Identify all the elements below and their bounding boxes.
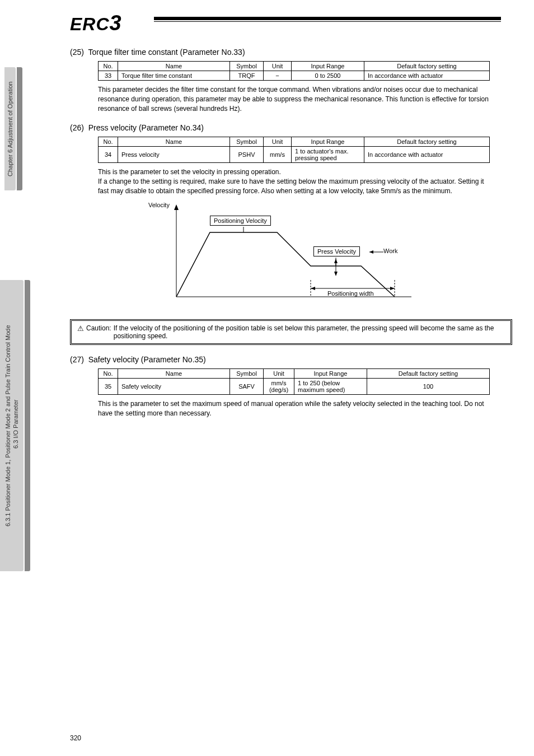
td-symbol: PSHV	[230, 147, 264, 163]
sidebar-tab-chapter: Chapter 6 Adjustment of Operation	[4, 67, 16, 190]
td-name: Press velocity	[118, 147, 230, 163]
logo-text: ERC3	[70, 14, 122, 34]
sidebar-section-sub: 6.3.1 Positioner Mode 1, Positioner Mode…	[4, 325, 12, 526]
section-27-title: (27) Safety velocity (Parameter No.35)	[70, 355, 512, 364]
section-26-num: (26)	[70, 123, 84, 132]
td-unit: mm/s	[264, 147, 292, 163]
diagram-box-positioning-velocity: Positioning Velocity	[210, 216, 271, 226]
header-rule-thin	[154, 21, 501, 22]
sidebar-tab-section-accent	[25, 280, 30, 571]
velocity-diagram: Velocity Positioning Velo	[148, 202, 428, 314]
td-default: 100	[367, 378, 490, 394]
table-param-33: No. Name Symbol Unit Input Range Default…	[98, 61, 490, 81]
svg-marker-13	[334, 259, 338, 263]
sidebar-tab-chapter-accent	[17, 67, 22, 190]
th-symbol: Symbol	[230, 368, 264, 378]
page-number: 320	[70, 734, 81, 742]
td-default: In accordance with actuator	[364, 71, 490, 81]
td-range: 0 to 2500	[292, 71, 364, 81]
table-header-row: No. Name Symbol Unit Input Range Default…	[99, 62, 490, 71]
th-symbol: Symbol	[230, 62, 264, 71]
th-default: Default factory setting	[367, 368, 490, 378]
th-unit: Unit	[264, 62, 292, 71]
caution-label: Caution:	[86, 324, 111, 340]
table-param-35: No. Name Symbol Unit Input Range Default…	[98, 368, 490, 395]
table-row: 34 Press velocity PSHV mm/s 1 to actuato…	[99, 147, 490, 163]
th-symbol: Symbol	[230, 137, 264, 147]
table-row: 33 Torque filter time constant TRQF − 0 …	[99, 71, 490, 81]
diagram-box-press-velocity: Press Velocity	[313, 246, 360, 256]
th-default: Default factory setting	[364, 137, 490, 147]
svg-marker-9	[390, 287, 395, 290]
td-unit: mm/s (deg/s)	[264, 378, 294, 394]
th-unit: Unit	[264, 137, 292, 147]
warning-icon: ⚠	[77, 324, 84, 340]
td-range: 1 to actuator's max. pressing speed	[292, 147, 364, 163]
td-unit: −	[264, 71, 292, 81]
table-param-34: No. Name Symbol Unit Input Range Default…	[98, 137, 490, 163]
th-name: Name	[118, 137, 230, 147]
svg-marker-8	[311, 287, 315, 290]
caution-box: ⚠ Caution: If the velocity of the positi…	[70, 319, 512, 345]
sidebar-section-main: 6.3 I/O Parameter	[12, 325, 20, 523]
diagram-label-work: Work	[383, 248, 397, 254]
td-name: Safety velocity	[118, 378, 230, 394]
section-26-heading: Press velocity (Parameter No.34)	[88, 123, 204, 132]
svg-marker-14	[334, 272, 338, 276]
th-no: No.	[99, 62, 118, 71]
section-25-num: (25)	[70, 48, 84, 57]
td-no: 34	[99, 147, 118, 163]
section-25-heading: Torque filter time constant (Parameter N…	[88, 48, 245, 57]
td-no: 35	[99, 378, 118, 394]
td-symbol: TRQF	[230, 71, 264, 81]
section-27-num: (27)	[70, 355, 84, 364]
main-content: ERC3 (25) Torque filter time constant (P…	[70, 11, 512, 422]
diagram-svg	[148, 202, 428, 314]
section-25-body: This parameter decides the filter time c…	[98, 85, 490, 113]
section-27-body: This is the parameter to set the maximum…	[98, 399, 490, 418]
th-no: No.	[99, 368, 118, 378]
section-25-title: (25) Torque filter time constant (Parame…	[70, 48, 512, 57]
th-name: Name	[118, 368, 230, 378]
td-symbol: SAFV	[230, 378, 264, 394]
table-row: 35 Safety velocity SAFV mm/s (deg/s) 1 t…	[99, 378, 490, 394]
header-rule-thick	[154, 17, 501, 20]
td-name: Torque filter time constant	[118, 71, 230, 81]
section-26-title: (26) Press velocity (Parameter No.34)	[70, 123, 512, 132]
th-no: No.	[99, 137, 118, 147]
table-header-row: No. Name Symbol Unit Input Range Default…	[99, 137, 490, 147]
logo-header: ERC3	[70, 11, 512, 34]
sidebar-tab-section: 6.3.1 Positioner Mode 1, Positioner Mode…	[0, 280, 24, 571]
caution-text: If the velocity of the positioning of th…	[114, 324, 505, 340]
section-26-body: This is the parameter to set the velocit…	[98, 167, 490, 195]
td-default: In accordance with actuator	[364, 147, 490, 163]
th-range: Input Range	[292, 137, 364, 147]
diagram-label-positioning-width: Positioning width	[327, 290, 374, 297]
th-range: Input Range	[292, 62, 364, 71]
th-default: Default factory setting	[364, 62, 490, 71]
table-header-row: No. Name Symbol Unit Input Range Default…	[99, 368, 490, 378]
section-27-heading: Safety velocity (Parameter No.35)	[88, 355, 206, 364]
svg-marker-11	[369, 250, 373, 254]
td-range: 1 to 250 (below maximum speed)	[294, 378, 367, 394]
td-no: 33	[99, 71, 118, 81]
th-range: Input Range	[294, 368, 367, 378]
svg-marker-1	[174, 204, 179, 210]
sidebar: Chapter 6 Adjustment of Operation 6.3.1 …	[0, 0, 39, 756]
th-unit: Unit	[264, 368, 294, 378]
th-name: Name	[118, 62, 230, 71]
